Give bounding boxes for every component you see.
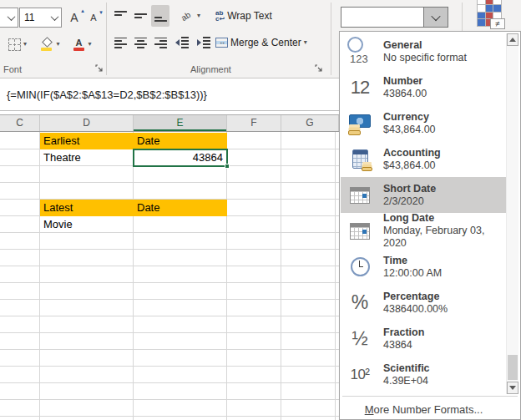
general-icon (341, 33, 379, 69)
shrink-font-button[interactable]: ▾ (84, 7, 103, 28)
orientation-button[interactable] (175, 5, 205, 27)
cell-E5[interactable]: Date (134, 200, 227, 216)
formula-text: {=MIN(IF($A$2:$A$13=D2,$B$2:$B$13))} (0, 89, 207, 101)
column-header-C[interactable]: C (0, 115, 40, 131)
merge-center-icon (215, 38, 228, 48)
align-left-button[interactable] (111, 32, 129, 53)
borders-icon (8, 38, 21, 51)
number-format-combo[interactable] (341, 7, 448, 28)
format-option-example: 4.39E+04 (383, 375, 430, 387)
merge-center-label: Merge & Center (230, 37, 301, 48)
fraction-icon (341, 321, 379, 357)
bottom-align-button[interactable] (151, 5, 169, 27)
format-option-example: 43864 (383, 339, 424, 352)
format-option-number[interactable]: Number43864.00 (341, 69, 507, 105)
wrap-text-button[interactable]: Wrap Text (215, 5, 272, 27)
format-option-label: General (383, 39, 467, 52)
scroll-up-icon[interactable] (507, 33, 518, 46)
menu-separator (342, 396, 518, 397)
merge-center-button[interactable]: Merge & Center (215, 32, 307, 53)
format-option-currency[interactable]: Currency$43,864.00 (341, 105, 507, 141)
cell-D6[interactable]: Movie (40, 216, 134, 233)
middle-align-icon (134, 11, 147, 22)
long-date-icon (341, 213, 379, 249)
column-header-E[interactable]: E (134, 115, 227, 131)
alignment-group-label: Alignment (190, 64, 231, 74)
font-name-combo[interactable] (0, 8, 18, 28)
font-color-button[interactable] (68, 33, 95, 55)
grid-rows (0, 133, 339, 420)
fill-handle[interactable] (225, 164, 230, 169)
currency-icon (341, 105, 379, 141)
not-equal-badge-icon (490, 18, 505, 29)
format-option-long-date[interactable]: Long DateMonday, February 03, 2020 (341, 213, 507, 249)
column-headers: CDEFG (0, 114, 339, 132)
bottom-align-icon (154, 11, 167, 22)
shrink-font-icon: ▾ (90, 13, 96, 23)
top-align-button[interactable] (111, 5, 129, 27)
middle-align-button[interactable] (131, 5, 149, 27)
format-option-example: 43864.00 (383, 88, 427, 100)
format-option-label: Currency (383, 111, 436, 124)
decrease-indent-button[interactable] (172, 32, 192, 53)
short-date-icon (341, 177, 379, 213)
format-option-label: Short Date (383, 183, 436, 195)
fill-color-button[interactable] (37, 33, 63, 55)
cell-E1[interactable]: Date (134, 133, 227, 149)
wrap-text-icon (215, 10, 225, 22)
format-option-accounting[interactable]: Accounting$43,864.00 (341, 141, 507, 177)
alignment-dialog-launcher-icon[interactable] (315, 64, 323, 73)
group-separator (331, 3, 331, 75)
accounting-icon (341, 141, 379, 177)
top-align-icon (114, 11, 127, 22)
align-right-icon (154, 38, 167, 48)
format-option-short-date[interactable]: Short Date2/3/2020 (341, 177, 507, 213)
font-group-label: Font (3, 64, 22, 74)
format-option-example: 2/3/2020 (383, 195, 436, 208)
borders-button[interactable] (3, 33, 32, 55)
number-format-dropdown-button[interactable] (423, 8, 448, 27)
grow-font-button[interactable]: ▴ (65, 7, 83, 28)
chevron-down-icon[interactable] (48, 8, 61, 27)
align-right-button[interactable] (151, 32, 169, 53)
scroll-down-icon[interactable] (507, 382, 518, 394)
font-size-value: 11 (20, 8, 48, 27)
format-option-label: Number (383, 75, 427, 88)
cell-D5[interactable]: Latest (40, 200, 134, 216)
font-dialog-launcher-icon[interactable] (95, 64, 104, 73)
percentage-icon (341, 285, 379, 321)
cell-E2[interactable]: 43864 (133, 149, 228, 167)
column-header-F[interactable]: F (227, 115, 281, 131)
number-format-dropdown-panel: GeneralNo specific formatNumber43864.00C… (339, 31, 521, 420)
decrease-indent-icon (175, 37, 189, 48)
align-left-icon (114, 38, 127, 48)
time-icon (341, 249, 379, 285)
cell-D1[interactable]: Earliest (40, 133, 134, 149)
gridline (39, 132, 40, 420)
more-label-prefix: M (365, 403, 374, 416)
align-center-button[interactable] (131, 32, 149, 53)
format-option-fraction[interactable]: Fraction43864 (341, 321, 507, 357)
format-option-time[interactable]: Time12:00:00 AM (341, 249, 507, 285)
cell-D2[interactable]: Theatre (40, 149, 134, 166)
increase-indent-button[interactable] (194, 32, 214, 53)
chevron-down-icon[interactable] (4, 8, 18, 27)
format-option-example: 4386400.00% (383, 303, 448, 316)
column-header-G[interactable]: G (281, 115, 339, 131)
group-separator (106, 3, 107, 75)
format-option-label: Time (383, 255, 442, 267)
fill-color-icon (40, 38, 53, 51)
format-option-general[interactable]: GeneralNo specific format (341, 33, 507, 69)
more-number-formats-item[interactable]: More Number Formats... (340, 401, 508, 419)
column-header-D[interactable]: D (40, 115, 134, 131)
format-option-example: $43,864.00 (383, 159, 441, 172)
scrollbar[interactable] (506, 33, 518, 394)
format-option-scientific[interactable]: Scientific4.39E+04 (341, 357, 507, 392)
gridline (133, 132, 134, 420)
format-option-percentage[interactable]: Percentage4386400.00% (341, 285, 507, 321)
orientation-icon (180, 10, 195, 22)
gridline (281, 132, 281, 420)
font-size-combo[interactable]: 11 (19, 8, 62, 28)
scrollbar-thumb[interactable] (508, 355, 518, 380)
format-option-example: $43,864.00 (383, 124, 436, 136)
